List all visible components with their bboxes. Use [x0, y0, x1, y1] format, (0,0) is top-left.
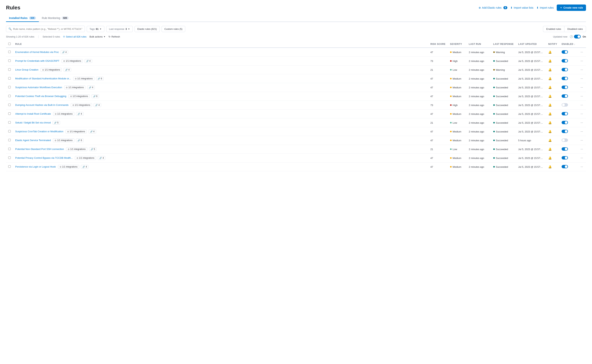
more-actions-button[interactable]: ··· — [580, 165, 584, 169]
row-actions-cell[interactable]: ··· — [578, 57, 586, 65]
integration-tag[interactable]: ⊙1/1 integrations — [58, 165, 79, 169]
more-actions-button[interactable]: ··· — [580, 77, 584, 81]
row-notify-cell[interactable]: 🔔 — [546, 101, 559, 110]
row-enabled-cell[interactable] — [559, 48, 577, 57]
row-checkbox[interactable] — [8, 68, 11, 71]
more-actions-button[interactable]: ··· — [580, 94, 584, 98]
integration-tag[interactable]: ⊙1/1 integrations — [73, 77, 94, 80]
row-notify-cell[interactable]: 🔔 — [546, 154, 559, 162]
rule-name-link[interactable]: Linux Group Creation — [15, 68, 39, 71]
more-actions-button[interactable]: ··· — [580, 59, 584, 63]
bell-icon[interactable]: 🔔 — [548, 95, 552, 98]
row-checkbox[interactable] — [8, 104, 11, 106]
row-enabled-cell[interactable] — [559, 145, 577, 154]
create-new-rule-button[interactable]: ＋ Create new rule — [557, 5, 586, 11]
select-all-checkbox-header[interactable] — [6, 41, 13, 48]
bell-icon[interactable]: 🔔 — [548, 165, 552, 168]
row-checkbox-cell[interactable] — [6, 65, 13, 74]
row-notify-cell[interactable]: 🔔 — [546, 110, 559, 118]
ref-tag[interactable]: 🔗4 — [98, 156, 105, 160]
more-actions-button[interactable]: ··· — [580, 147, 584, 151]
more-actions-button[interactable]: ··· — [580, 156, 584, 160]
row-actions-cell[interactable]: ··· — [578, 162, 586, 171]
enabled-toggle[interactable] — [562, 50, 568, 54]
ref-tag[interactable]: 🔗4 — [64, 68, 71, 72]
rule-name-link[interactable]: Prompt for Credentials with OSASCRIPT — [15, 59, 59, 62]
ref-tag[interactable]: 🔗4 — [87, 85, 95, 89]
enabled-toggle[interactable] — [562, 165, 568, 168]
enabled-toggle[interactable] — [562, 147, 568, 151]
bell-icon[interactable]: 🔔 — [548, 86, 552, 89]
row-enabled-cell[interactable] — [559, 162, 577, 171]
search-input[interactable] — [13, 28, 82, 30]
row-enabled-cell[interactable] — [559, 154, 577, 162]
more-actions-button[interactable]: ··· — [580, 85, 584, 90]
rule-name-link[interactable]: Persistence via Login or Logout Hook — [15, 165, 56, 168]
tags-filter-button[interactable]: Tags 61 ▼ — [87, 26, 104, 32]
row-checkbox[interactable] — [8, 148, 11, 150]
bell-icon[interactable]: 🔔 — [548, 77, 552, 80]
row-checkbox[interactable] — [8, 121, 11, 124]
enabled-toggle[interactable] — [562, 77, 568, 80]
select-all-button[interactable]: ⊙ Select all 826 rules — [63, 35, 86, 38]
rule-name-link[interactable]: Suspicious Automator Workflows Execution — [15, 86, 62, 89]
enabled-toggle[interactable] — [562, 94, 568, 98]
row-enabled-cell[interactable] — [559, 92, 577, 101]
ref-tag[interactable]: 🔗4 — [81, 165, 88, 169]
col-header-enabled[interactable]: Enabled ↓ — [559, 41, 577, 48]
rule-name-link[interactable]: Modification of Standard Authentication … — [15, 77, 71, 80]
row-actions-cell[interactable]: ··· — [578, 110, 586, 118]
row-enabled-cell[interactable] — [559, 83, 577, 92]
row-actions-cell[interactable]: ··· — [578, 74, 586, 83]
row-notify-cell[interactable]: 🔔 — [546, 92, 559, 101]
tab-installed-rules[interactable]: Installed Rules 826 — [6, 15, 39, 22]
ref-tag[interactable]: 🔗6 — [76, 138, 84, 142]
enabled-toggle[interactable] — [562, 59, 568, 63]
row-checkbox-cell[interactable] — [6, 83, 13, 92]
row-enabled-cell[interactable] — [559, 127, 577, 136]
elastic-rules-filter-button[interactable]: Elastic rules (821) — [135, 26, 160, 32]
bell-icon[interactable]: 🔔 — [548, 130, 552, 133]
ref-tag[interactable]: 🔗4 — [76, 112, 84, 116]
bell-icon[interactable]: 🔔 — [548, 156, 552, 159]
row-notify-cell[interactable]: 🔔 — [546, 57, 559, 65]
integration-tag[interactable]: ⊙1/1 integrations — [62, 59, 83, 63]
integration-tag[interactable]: ⊙1/1 integrations — [40, 68, 62, 72]
import-rules-button[interactable]: ⬇ Import rules — [536, 6, 554, 9]
row-checkbox[interactable] — [8, 51, 11, 53]
bell-icon[interactable]: 🔔 — [548, 148, 552, 151]
row-checkbox-cell[interactable] — [6, 101, 13, 110]
row-notify-cell[interactable]: 🔔 — [546, 127, 559, 136]
row-checkbox[interactable] — [8, 86, 11, 88]
row-actions-cell[interactable]: ··· — [578, 65, 586, 74]
bell-icon[interactable]: 🔔 — [548, 68, 552, 71]
rule-name-link[interactable]: Setuid / Setgid Bit Set via chmod — [15, 121, 51, 124]
ref-tag[interactable]: 🔗6 — [96, 77, 104, 80]
more-actions-button[interactable]: ··· — [580, 121, 584, 125]
row-checkbox[interactable] — [8, 112, 11, 115]
row-checkbox-cell[interactable] — [6, 118, 13, 127]
bell-icon[interactable]: 🔔 — [548, 103, 552, 107]
row-checkbox-cell[interactable] — [6, 110, 13, 118]
row-notify-cell[interactable]: 🔔 — [546, 74, 559, 83]
rule-name-link[interactable]: Dumping Account Hashes via Built-In Comm… — [15, 104, 68, 106]
enabled-toggle[interactable] — [562, 68, 568, 71]
last-response-filter-button[interactable]: Last response 3 ▼ — [106, 26, 133, 32]
enabled-rules-button[interactable]: Enabled rules — [543, 26, 564, 32]
integration-tag[interactable]: ⊙1/1 integrations — [66, 130, 87, 133]
ref-tag[interactable]: 🔗5 — [89, 147, 97, 151]
row-enabled-cell[interactable] — [559, 74, 577, 83]
row-actions-cell[interactable]: ··· — [578, 136, 586, 145]
enabled-toggle[interactable] — [562, 112, 568, 115]
row-checkbox[interactable] — [8, 156, 11, 159]
row-enabled-cell[interactable] — [559, 118, 577, 127]
rule-name-link[interactable]: Potential Privacy Control Bypass via TCC… — [15, 156, 73, 159]
rule-name-link[interactable]: Suspicious CronTab Creation or Modificat… — [15, 130, 63, 133]
integration-tag[interactable]: ⊙1/2 integrations — [68, 94, 90, 98]
enabled-toggle[interactable] — [562, 138, 568, 142]
row-notify-cell[interactable]: 🔔 — [546, 48, 559, 57]
bell-icon[interactable]: 🔔 — [548, 139, 552, 142]
more-actions-button[interactable]: ··· — [580, 130, 584, 134]
bulk-actions-button[interactable]: Bulk actions ▼ — [90, 35, 105, 38]
custom-rules-filter-button[interactable]: Custom rules (5) — [162, 26, 185, 32]
